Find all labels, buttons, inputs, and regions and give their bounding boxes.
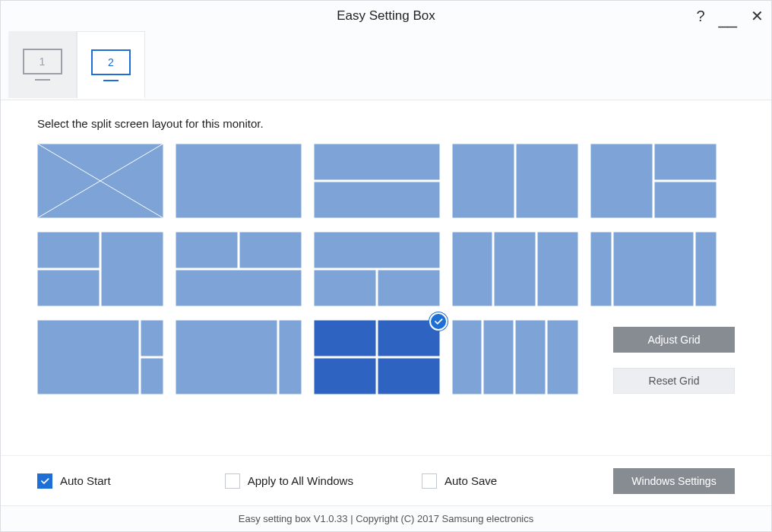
layout-option-topsplit-bottom[interactable]	[176, 232, 302, 306]
tab-monitor-1[interactable]: 1	[8, 31, 77, 98]
selected-check-icon	[429, 312, 448, 331]
status-bar: Easy setting box V1.0.33 | Copyright (C)…	[1, 505, 771, 531]
monitor-number: 1	[23, 49, 62, 74]
layout-option-narrowL-wide-narrowR[interactable]	[590, 232, 717, 306]
apply-all-checkbox[interactable]: Apply to All Windows	[225, 473, 353, 489]
footer-options: Auto Start Apply to All Windows Auto Sav…	[1, 455, 771, 505]
svg-rect-8	[590, 144, 653, 218]
status-text: Easy setting box V1.0.33 | Copyright (C)…	[239, 513, 534, 524]
svg-rect-5	[314, 182, 440, 218]
layout-grid	[37, 144, 735, 455]
checkbox-icon	[422, 473, 437, 489]
close-icon[interactable]: ✕	[751, 8, 764, 24]
app-window: Easy Setting Box ? __ ✕ 1 2 Select the s…	[0, 0, 772, 532]
svg-rect-36	[483, 320, 514, 394]
svg-rect-15	[239, 232, 302, 268]
reset-grid-button[interactable]: Reset Grid	[613, 368, 735, 394]
auto-save-label: Auto Save	[445, 474, 497, 487]
svg-rect-11	[37, 232, 100, 268]
svg-rect-6	[452, 144, 514, 218]
svg-rect-20	[452, 232, 492, 306]
svg-rect-17	[314, 232, 440, 268]
monitor-number: 2	[91, 49, 131, 75]
svg-rect-34	[378, 358, 440, 394]
layout-option-full[interactable]	[176, 144, 302, 218]
window-controls: ? __ ✕	[696, 1, 764, 31]
svg-rect-27	[141, 320, 163, 356]
svg-rect-12	[37, 270, 100, 306]
monitor-tabs: 1 2	[1, 31, 771, 100]
svg-rect-16	[176, 270, 302, 306]
svg-rect-29	[176, 320, 277, 394]
main-panel: Select the split screen layout for this …	[1, 100, 771, 455]
svg-rect-18	[314, 270, 376, 306]
svg-rect-13	[101, 232, 163, 306]
layout-option-none[interactable]	[37, 144, 163, 218]
svg-rect-35	[452, 320, 482, 394]
svg-rect-31	[314, 320, 376, 356]
layout-option-four-col[interactable]	[452, 320, 578, 394]
layout-option-top-bottomsplit[interactable]	[314, 232, 440, 306]
svg-rect-7	[516, 144, 578, 218]
svg-rect-14	[176, 232, 238, 268]
minimize-icon[interactable]: __	[719, 11, 737, 27]
windows-settings-button[interactable]: Windows Settings	[613, 468, 735, 494]
adjust-grid-button[interactable]: Adjust Grid	[613, 327, 735, 353]
checkbox-icon	[225, 473, 240, 489]
svg-rect-21	[494, 232, 536, 306]
monitor-icon: 2	[91, 49, 131, 81]
svg-rect-9	[654, 144, 717, 180]
svg-rect-30	[279, 320, 302, 394]
window-title: Easy Setting Box	[337, 8, 435, 24]
tab-monitor-2[interactable]: 2	[77, 31, 145, 98]
layout-option-top-bottom[interactable]	[314, 144, 440, 218]
auto-start-label: Auto Start	[60, 474, 111, 487]
help-icon[interactable]: ?	[696, 8, 704, 24]
grid-action-buttons: Adjust Grid Reset Grid	[613, 327, 735, 394]
svg-rect-37	[515, 320, 546, 394]
svg-rect-23	[590, 232, 612, 306]
layout-option-wide-narrowsplit[interactable]	[37, 320, 163, 394]
svg-rect-24	[613, 232, 694, 306]
svg-rect-10	[654, 182, 717, 218]
layout-option-left-right[interactable]	[452, 144, 578, 218]
auto-save-checkbox[interactable]: Auto Save	[422, 473, 497, 489]
monitor-icon: 1	[23, 49, 62, 81]
layout-option-left-rightsplit[interactable]	[590, 144, 717, 218]
svg-rect-38	[547, 320, 578, 394]
checkbox-icon	[37, 473, 52, 489]
svg-rect-25	[695, 232, 717, 306]
instruction-text: Select the split screen layout for this …	[37, 117, 735, 130]
svg-rect-26	[37, 320, 139, 394]
svg-rect-19	[378, 270, 440, 306]
svg-rect-33	[314, 358, 376, 394]
layout-option-wide-narrow[interactable]	[176, 320, 302, 394]
title-bar: Easy Setting Box ? __ ✕	[1, 1, 771, 31]
layout-option-quad[interactable]	[314, 320, 440, 394]
svg-rect-28	[141, 358, 163, 394]
svg-rect-22	[537, 232, 578, 306]
svg-rect-3	[176, 144, 302, 218]
layout-option-leftsplit-right[interactable]	[37, 232, 163, 306]
auto-start-checkbox[interactable]: Auto Start	[37, 473, 111, 489]
layout-option-three-col[interactable]	[452, 232, 578, 306]
svg-rect-4	[314, 144, 440, 180]
apply-all-label: Apply to All Windows	[248, 474, 353, 487]
